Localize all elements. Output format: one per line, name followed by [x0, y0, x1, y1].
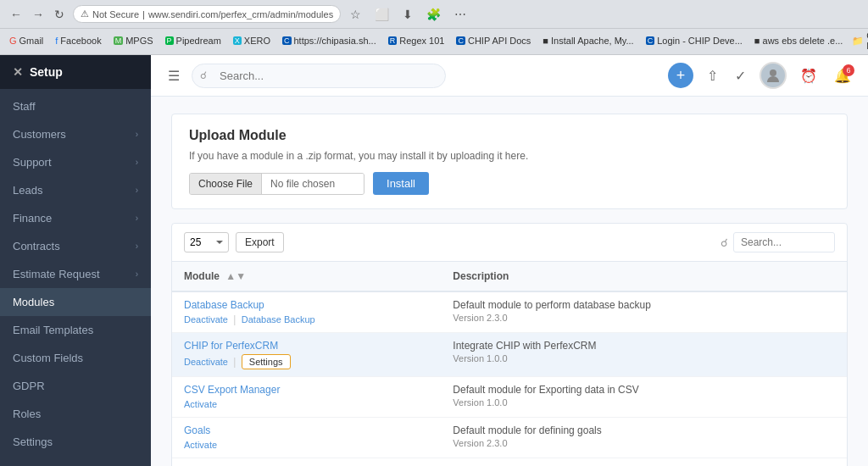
- sidebar-item-finance[interactable]: Finance ›: [0, 204, 151, 232]
- activate-goals[interactable]: Activate: [184, 440, 217, 450]
- module-name-goals[interactable]: Goals: [184, 424, 210, 436]
- sidebar-item-leads[interactable]: Leads ›: [0, 176, 151, 204]
- extension-button[interactable]: 🧩: [422, 6, 445, 23]
- main-content: Upload Module If you have a module in a …: [151, 97, 868, 466]
- bookmark-pipedream[interactable]: P Pipedream: [163, 35, 224, 47]
- chevron-right-icon: ›: [136, 186, 138, 195]
- file-input-wrapper: Choose File No file chosen: [189, 173, 364, 195]
- deactivate-chip[interactable]: Deactivate: [184, 357, 228, 367]
- sidebar: ✕ Setup Staff Customers › Support › Lead…: [0, 55, 151, 466]
- avatar-icon: [765, 67, 782, 84]
- bookmark-mpgs[interactable]: M MPGS: [111, 35, 156, 47]
- sidebar-item-support[interactable]: Support ›: [0, 148, 151, 176]
- choose-file-button[interactable]: Choose File: [190, 174, 262, 194]
- table-row: Database Backup Deactivate | Database Ba…: [172, 291, 847, 333]
- bookmark-chip-dev[interactable]: C Login - CHIP Deve...: [643, 35, 745, 47]
- back-button[interactable]: ←: [7, 6, 25, 23]
- module-name-chip[interactable]: CHIP for PerfexCRM: [184, 340, 278, 352]
- star-button[interactable]: ☆: [346, 6, 365, 23]
- table-body: Database Backup Deactivate | Database Ba…: [172, 291, 847, 466]
- table-search-input[interactable]: [733, 232, 835, 252]
- chevron-right-icon: ›: [136, 214, 138, 223]
- activate-csv[interactable]: Activate: [184, 399, 217, 409]
- deactivate-db-backup[interactable]: Deactivate: [184, 314, 228, 325]
- bookmark-aws[interactable]: ■ aws ebs delete .e...: [752, 35, 845, 47]
- module-cell-3: CSV Export Manager Activate: [172, 377, 441, 418]
- sidebar-item-custom-fields[interactable]: Custom Fields: [0, 344, 151, 372]
- install-button[interactable]: Install: [373, 172, 429, 195]
- add-button[interactable]: +: [668, 63, 693, 88]
- db-backup-action[interactable]: Database Backup: [242, 314, 315, 325]
- sidebar-item-settings[interactable]: Settings: [0, 428, 151, 456]
- action-sep: |: [233, 313, 236, 325]
- sidebar-item-custom-fields-label: Custom Fields: [13, 352, 138, 364]
- sidebar-item-staff[interactable]: Staff: [0, 92, 151, 120]
- sidebar-item-customers[interactable]: Customers ›: [0, 120, 151, 148]
- desc-cell-3: Default module for Exporting data in CSV…: [441, 377, 847, 418]
- upload-form: Choose File No file chosen Install: [189, 172, 830, 195]
- search-input[interactable]: [192, 64, 446, 88]
- bookmark-chipasia[interactable]: C https://chipasia.sh...: [280, 35, 379, 47]
- bookmark-install[interactable]: ■ Install Apache, My...: [540, 35, 636, 47]
- reload-button[interactable]: ↻: [51, 6, 68, 23]
- sidebar-item-contracts[interactable]: Contracts ›: [0, 232, 151, 260]
- column-module[interactable]: Module ▲▼: [172, 262, 441, 291]
- hamburger-button[interactable]: ☰: [164, 64, 183, 87]
- url-display: www.sendiri.com/perfex_crm/admin/modules: [148, 9, 333, 19]
- sidebar-item-email-templates[interactable]: Email Templates: [0, 316, 151, 344]
- app-container: ✕ Setup Staff Customers › Support › Lead…: [0, 55, 868, 466]
- tab-button[interactable]: ⬜: [370, 6, 393, 23]
- bookmark-regex[interactable]: R Regex 101: [386, 35, 448, 47]
- bookmark-facebook[interactable]: f Facebook: [53, 35, 103, 47]
- desc-cell-2: Integrate CHIP with PerfexCRM Version 1.…: [441, 333, 847, 377]
- clock-button[interactable]: ⏰: [797, 64, 821, 87]
- security-badge: ⚠ Not Secure | www.sendiri.com/perfex_cr…: [73, 5, 341, 23]
- module-version-csv: Version 1.0.0: [453, 397, 835, 408]
- sidebar-item-gdpr[interactable]: GDPR: [0, 372, 151, 400]
- bookmark-gmail[interactable]: G Gmail: [7, 35, 46, 47]
- sidebar-item-estimate[interactable]: Estimate Request ›: [0, 260, 151, 288]
- avatar[interactable]: [760, 62, 787, 89]
- settings-button-chip[interactable]: Settings: [242, 354, 291, 369]
- sidebar-item-support-label: Support: [13, 156, 136, 169]
- other-favourites[interactable]: 📁 Other Favourites: [852, 31, 868, 51]
- sidebar-item-modules[interactable]: Modules: [0, 288, 151, 316]
- sort-icon: ▲▼: [225, 270, 246, 282]
- module-desc-csv: Default module for Exporting data in CSV: [453, 384, 835, 396]
- module-version-chip: Version 1.0.0: [453, 353, 835, 363]
- module-name-db-backup[interactable]: Database Backup: [184, 299, 264, 311]
- desc-cell-5: Default module to apply changes to the m…: [441, 458, 847, 467]
- table-toolbar: 25 50 100 Export ☌: [172, 224, 847, 262]
- bell-button[interactable]: 🔔 6: [831, 64, 854, 87]
- table-search-icon[interactable]: ☌: [721, 236, 728, 249]
- module-cell-5: Menu Setup Activate: [172, 458, 441, 467]
- per-page-select[interactable]: 25 50 100: [184, 232, 229, 252]
- table-header: Module ▲▼ Description: [172, 262, 847, 291]
- module-cell-4: Goals Activate: [172, 418, 441, 458]
- sidebar-item-customers-label: Customers: [13, 128, 136, 141]
- chevron-right-icon: ›: [136, 158, 138, 167]
- bookmark-xero[interactable]: X XERO: [231, 35, 273, 47]
- close-icon[interactable]: ✕: [13, 65, 23, 79]
- check-button[interactable]: ✓: [732, 64, 749, 87]
- sidebar-item-roles-label: Roles: [13, 408, 138, 420]
- topbar: ☰ ☌ + ⇧ ✓ ⏰ 🔔 6: [151, 55, 868, 97]
- download-button[interactable]: ⬇: [398, 6, 417, 23]
- module-cell-2: CHIP for PerfexCRM Deactivate | Settings: [172, 333, 441, 377]
- table-row: CSV Export Manager Activate Default modu…: [172, 377, 847, 418]
- menu-button[interactable]: ⋯: [450, 6, 470, 23]
- xero-icon: X: [233, 36, 242, 45]
- forward-button[interactable]: →: [29, 6, 47, 23]
- browser-actions: ☆ ⬜ ⬇ 🧩 ⋯: [346, 6, 470, 23]
- action-sep: |: [233, 356, 236, 368]
- sidebar-item-roles[interactable]: Roles: [0, 400, 151, 428]
- chevron-right-icon: ›: [136, 269, 138, 279]
- export-button[interactable]: Export: [236, 232, 284, 252]
- bookmark-chip-api[interactable]: C CHIP API Docs: [453, 35, 533, 47]
- sidebar-item-help[interactable]: Help: [0, 456, 151, 466]
- sidebar-header: ✕ Setup: [0, 55, 151, 89]
- desc-cell-1: Default module to perform database backu…: [441, 291, 847, 333]
- module-name-csv[interactable]: CSV Export Manager: [184, 384, 280, 396]
- sidebar-item-finance-label: Finance: [13, 212, 136, 225]
- share-button[interactable]: ⇧: [704, 64, 721, 87]
